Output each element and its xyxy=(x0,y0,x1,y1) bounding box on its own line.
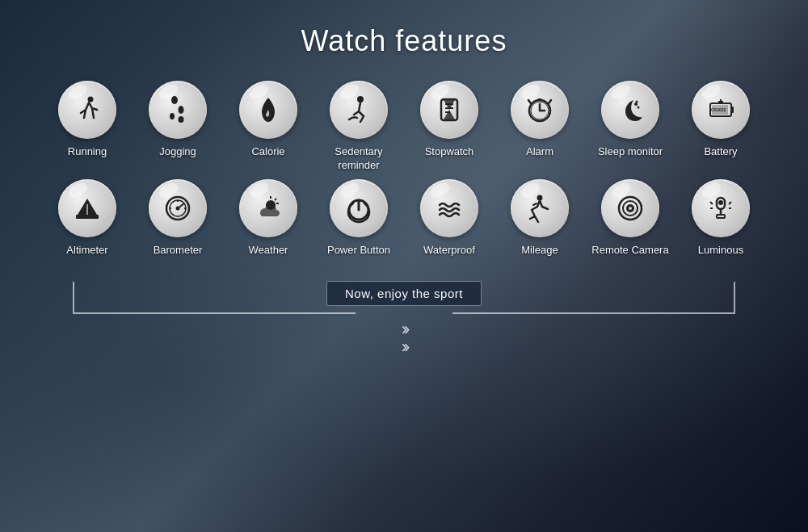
weather-icon xyxy=(239,179,297,237)
battery-icon: CR2032 xyxy=(692,81,750,139)
luminous-label: Luminous xyxy=(698,244,743,258)
weather-label: Weather xyxy=(249,244,288,258)
page-content: Watch features Running xyxy=(0,0,808,532)
svg-point-17 xyxy=(636,101,638,103)
running-icon xyxy=(58,81,116,139)
svg-point-4 xyxy=(179,116,184,123)
altimeter-label: Altimeter xyxy=(66,244,107,258)
feature-calorie: Calorie xyxy=(228,81,309,173)
svg-line-52 xyxy=(729,202,731,204)
feature-power: Power Button xyxy=(318,179,399,258)
svg-rect-25 xyxy=(76,215,99,219)
svg-text:CR2032: CR2032 xyxy=(711,107,726,112)
svg-point-15 xyxy=(634,103,638,106)
bracket-left xyxy=(73,282,356,314)
feature-weather: Weather xyxy=(228,179,309,258)
stopwatch-label: Stopwatch xyxy=(425,145,474,159)
svg-line-31 xyxy=(178,203,184,208)
calorie-icon xyxy=(239,81,297,139)
svg-point-1 xyxy=(171,96,178,104)
feature-jogging: Jogging xyxy=(137,81,218,173)
features-grid: Running Jogging xyxy=(47,81,761,258)
camera-icon xyxy=(601,179,659,237)
bottom-section: Now, enjoy the sport ›››› xyxy=(73,274,735,356)
svg-rect-14 xyxy=(537,98,542,101)
luminous-icon xyxy=(692,179,750,237)
sleep-icon xyxy=(601,81,659,139)
waterproof-icon xyxy=(420,179,478,237)
svg-point-2 xyxy=(179,106,184,114)
feature-battery: CR2032 Battery xyxy=(680,81,761,173)
running-label: Running xyxy=(68,145,107,159)
alarm-label: Alarm xyxy=(526,145,553,159)
battery-label: Battery xyxy=(704,145,737,159)
feature-waterproof: Waterproof xyxy=(409,179,490,258)
svg-point-16 xyxy=(638,107,640,109)
page-title: Watch features xyxy=(301,24,507,58)
chevron-down-icon: ›››› xyxy=(73,320,735,356)
feature-altimeter: Altimeter xyxy=(47,179,128,258)
svg-point-3 xyxy=(170,113,175,119)
svg-point-0 xyxy=(88,97,94,103)
feature-alarm: Alarm xyxy=(499,81,580,173)
feature-sedentary: Sedentary reminder xyxy=(318,81,399,173)
bracket-container: Now, enjoy the sport xyxy=(73,274,735,314)
feature-barometer: Barometer xyxy=(137,179,218,258)
feature-stopwatch: Stopwatch xyxy=(409,81,490,173)
calorie-label: Calorie xyxy=(251,145,284,159)
jogging-label: Jogging xyxy=(159,145,196,159)
svg-line-37 xyxy=(275,199,276,200)
barometer-label: Barometer xyxy=(154,244,203,258)
stopwatch-icon xyxy=(420,81,478,139)
feature-mileage: Mileage xyxy=(499,179,580,258)
camera-label: Remote Camera xyxy=(591,244,668,258)
alarm-icon xyxy=(511,81,569,139)
svg-line-50 xyxy=(710,202,713,204)
tagline: Now, enjoy the sport xyxy=(326,281,482,306)
sleep-label: Sleep monitor xyxy=(598,145,663,159)
barometer-icon xyxy=(149,179,207,237)
svg-rect-19 xyxy=(731,107,734,113)
waterproof-label: Waterproof xyxy=(423,244,475,258)
svg-point-45 xyxy=(629,207,632,210)
svg-rect-49 xyxy=(717,215,725,218)
features-row-1: Running Jogging xyxy=(47,81,761,173)
features-row-2: Altimeter Barometer xyxy=(47,179,761,258)
bracket-right xyxy=(452,282,735,314)
svg-point-47 xyxy=(718,200,723,205)
power-label: Power Button xyxy=(327,244,390,258)
feature-camera: Remote Camera xyxy=(590,179,671,258)
feature-running: Running xyxy=(47,81,128,173)
altimeter-icon xyxy=(58,179,116,237)
jogging-icon xyxy=(149,81,207,139)
sedentary-icon xyxy=(330,81,388,139)
sedentary-label: Sedentary reminder xyxy=(318,145,399,173)
feature-luminous: Luminous xyxy=(680,179,761,258)
feature-sleep: Sleep monitor xyxy=(590,81,671,173)
mileage-label: Mileage xyxy=(521,244,558,258)
power-icon xyxy=(330,179,388,237)
mileage-icon xyxy=(511,179,569,237)
